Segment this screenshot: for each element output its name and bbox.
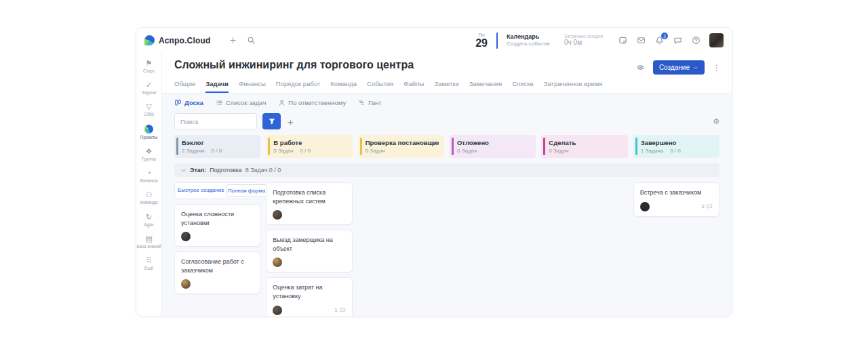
add-task-button[interactable]: + (286, 116, 295, 127)
tab-финансы[interactable]: Финансы (239, 80, 266, 93)
column-headers: Бэклог2 Задачи0 / 0В работе5 Задач0 / 0П… (162, 135, 732, 158)
task-card-title: Подготовка списка крепежных систем (273, 188, 345, 205)
board-icon (174, 99, 182, 106)
stage-name: Подготовка (210, 167, 241, 173)
mail-icon[interactable] (637, 36, 646, 45)
column-meta: 0 Задач (549, 148, 622, 154)
top-bar: Аспро.Cloud Пн 29 Календарь Создать собы… (136, 28, 732, 53)
task-card-footer (273, 210, 345, 220)
quick-tab-full-form[interactable]: Полная форма (226, 184, 268, 197)
chevron-down-icon (693, 65, 698, 70)
team-icon: ⚇ (146, 190, 153, 199)
view-доска[interactable]: Доска (174, 99, 203, 106)
sidebar-item-label: Команда (140, 200, 158, 205)
quick-tab-fast-create[interactable]: Быстрое создание (176, 184, 226, 197)
tab-файлы[interactable]: Файлы (403, 80, 424, 93)
tab-общие[interactable]: Общие (174, 80, 195, 93)
view-гант[interactable]: Гант (358, 99, 382, 106)
task-card[interactable]: Согласование работ с заказчиком (174, 251, 260, 294)
stage-collapse-icon (180, 167, 186, 173)
task-card[interactable]: Выезд замерщика на объект (266, 230, 352, 272)
sidebar-item-задачи[interactable]: ✓Задачи (136, 77, 161, 99)
column-counter: 0 / 0 (300, 148, 311, 154)
date-widget[interactable]: Пн 29 (475, 33, 488, 49)
time-tracker[interactable]: Затрачено сегодня 0ч 0м (564, 34, 603, 47)
start-icon: ⚑ (146, 59, 153, 67)
task-card[interactable]: Подготовка списка крепежных систем (266, 182, 352, 225)
more-menu-icon[interactable]: ⋮ (713, 63, 721, 73)
tab-команда[interactable]: Команда (330, 80, 357, 93)
column-header[interactable]: Бэклог2 Задачи0 / 0 (174, 135, 260, 158)
calendar-widget[interactable]: Календарь Создать событие (507, 33, 550, 47)
sidebar-item-crm[interactable]: ▽CRM (136, 99, 161, 121)
tab-события[interactable]: События (367, 80, 393, 93)
stage-meta: 8 Задач 0 / 0 (245, 167, 281, 173)
column-header[interactable]: Проверка постановщиком0 Задач (358, 135, 444, 158)
task-card[interactable]: Оценка затрат на установку1 (266, 277, 352, 316)
agile-icon: ↻ (146, 213, 152, 221)
assignee-avatar[interactable] (273, 258, 282, 267)
sidebar-item-база-знаний[interactable]: ▤База знаний (136, 231, 161, 253)
sidebar-item-label: Финансы (140, 178, 157, 183)
tab-замечания[interactable]: Замечания (469, 80, 502, 93)
sidebar-item-label: Ещё (144, 266, 153, 270)
sidebar-item-ещ-[interactable]: ⠿Ещё (136, 253, 161, 274)
board: Быстрое созданиеПолная формаОценка сложн… (162, 177, 732, 316)
page-title: Сложный инжиниринг для торгового центра (174, 59, 414, 71)
sidebar-item-проекты[interactable]: Проекты (136, 121, 161, 144)
create-event-link[interactable]: Создать событие (507, 41, 550, 47)
column-meta: 1 Задача0 / 0 (641, 148, 714, 154)
user-avatar[interactable] (709, 33, 724, 47)
sidebar-item-команда[interactable]: ⚇Команда (136, 187, 161, 209)
search-input[interactable] (174, 113, 257, 129)
assignee-avatar[interactable] (181, 279, 191, 289)
tab-заметки[interactable]: Заметки (434, 80, 458, 93)
task-card[interactable]: Встреча с заказчиком2 (633, 182, 719, 217)
task-card-title: Выезд замерщика на объект (273, 236, 345, 253)
view-по-ответственному[interactable]: По ответственному (278, 99, 346, 106)
sidebar: ⚑Старт✓Задачи▽CRMПроекты❖Группы◔Финансы⚇… (136, 53, 162, 316)
notes-icon[interactable] (618, 36, 627, 45)
global-search-icon[interactable] (247, 36, 256, 45)
column-header[interactable]: В работе5 Задач0 / 0 (266, 135, 352, 158)
assignee-avatar[interactable] (640, 202, 650, 211)
help-icon[interactable] (692, 36, 701, 45)
comment-count: 1 (334, 307, 345, 313)
task-card-footer: 2 (640, 202, 713, 211)
sidebar-item-старт[interactable]: ⚑Старт (136, 56, 161, 77)
tasks-icon: ✓ (146, 81, 152, 89)
board-settings-gear-icon[interactable]: ⚙ (713, 117, 719, 126)
tab-затраченное-время[interactable]: Затраченное время (544, 80, 603, 93)
brand[interactable]: Аспро.Cloud (144, 35, 211, 45)
assignee-avatar[interactable] (273, 306, 282, 315)
filter-button[interactable] (262, 113, 281, 129)
column-header[interactable]: Сделать0 Задач (541, 135, 627, 158)
assignee-avatar[interactable] (181, 232, 191, 241)
tab-порядок-работ[interactable]: Порядок работ (276, 80, 321, 93)
stage-bar[interactable]: Этап: Подготовка 8 Задач 0 / 0 (174, 163, 719, 177)
view-список-задач[interactable]: Список задач (216, 99, 266, 106)
copy-link-icon[interactable] (636, 63, 645, 72)
column-header[interactable]: Отложено0 Задач (450, 135, 536, 158)
sidebar-item-agile[interactable]: ↻Agile (136, 209, 161, 231)
task-card[interactable]: Оценка сложности установки (174, 204, 260, 247)
finance-icon: ◔ (146, 169, 151, 177)
task-card-title: Встреча с заказчиком (640, 188, 713, 197)
notifications-bell-icon[interactable]: 2 (655, 36, 664, 45)
quick-add-button[interactable] (229, 36, 237, 45)
tab-задачи[interactable]: Задачи (205, 80, 229, 93)
task-card-title: Согласование работ с заказчиком (181, 258, 254, 274)
task-card-footer (181, 232, 254, 241)
sidebar-item-финансы[interactable]: ◔Финансы (136, 165, 161, 187)
column-task-count: 5 Задач (273, 148, 293, 154)
sidebar-item-группы[interactable]: ❖Группы (136, 144, 161, 165)
assignee-avatar[interactable] (273, 210, 282, 220)
time-tracker-value: 0ч 0м (564, 39, 603, 47)
time-tracker-label: Затрачено сегодня (564, 34, 603, 39)
tab-списки[interactable]: Списки (512, 80, 534, 93)
view-label: Доска (184, 99, 203, 106)
chat-icon[interactable] (673, 36, 682, 45)
board-column: Подготовка списка крепежных системВыезд … (266, 182, 352, 316)
create-button[interactable]: Создание (653, 60, 705, 75)
column-header[interactable]: Завершено1 Задача0 / 0 (633, 135, 719, 158)
